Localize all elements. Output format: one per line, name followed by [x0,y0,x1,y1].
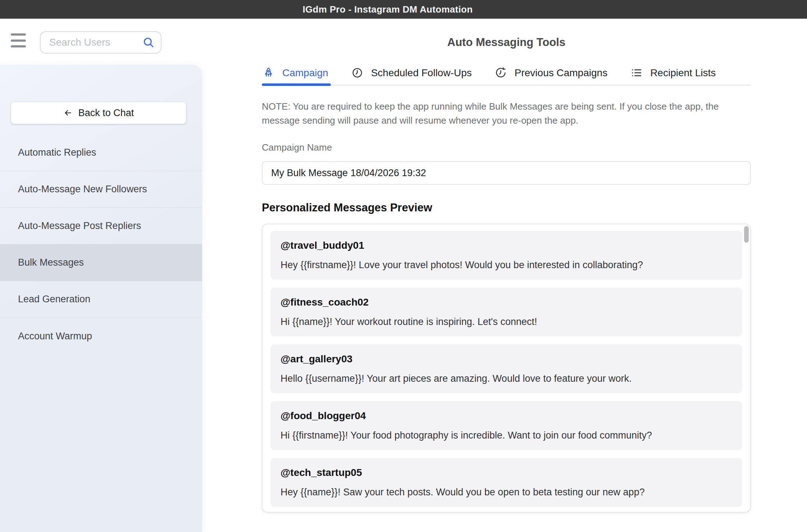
campaign-name-input[interactable] [262,161,751,185]
clock-icon [351,67,363,79]
tab-recipient-lists[interactable]: Recipient Lists [630,67,716,79]
tab-bar: Campaign Scheduled Follow-Ups Previous C… [262,67,751,79]
app-window: IGdm Pro - Instagram DM Automation Back … [0,0,807,532]
sidebar-item-auto-message-new-followers[interactable]: Auto-Message New Followers [0,171,202,208]
tab-scheduled-follow-ups[interactable]: Scheduled Follow-Ups [351,67,472,79]
search-box[interactable] [40,31,161,54]
titlebar: IGdm Pro - Instagram DM Automation [0,0,807,19]
page-title: Auto Messaging Tools [262,36,751,49]
tab-recipient-lists-label: Recipient Lists [650,67,716,79]
active-tab-underline [262,83,331,86]
message-text: Hi {{name}}! Your workout routine is ins… [281,316,732,327]
message-username: @travel_buddy01 [281,240,732,251]
history-icon [495,67,507,79]
scrollbar-thumb[interactable] [744,226,749,243]
sidebar-item-lead-generation[interactable]: Lead Generation [0,281,202,318]
preview-heading: Personalized Messages Preview [262,201,751,214]
app-title: IGdm Pro - Instagram DM Automation [303,4,473,15]
tab-scheduled-follow-ups-label: Scheduled Follow-Ups [371,67,472,79]
search-icon[interactable] [142,36,155,49]
sidebar-item-account-warmup[interactable]: Account Warmup [0,318,202,354]
hamburger-menu-icon[interactable] [11,33,26,47]
message-username: @food_blogger04 [281,410,732,422]
message-text: Hey {{name}}! Saw your tech posts. Would… [281,487,732,498]
back-to-chat-button[interactable]: Back to Chat [11,102,186,124]
tab-campaign[interactable]: Campaign [263,67,328,79]
message-card: @food_blogger04 Hi {{firstname}}! Your f… [270,401,742,450]
sidebar-item-automatic-replies[interactable]: Automatic Replies [0,134,202,171]
tab-campaign-label: Campaign [282,67,328,79]
back-arrow-icon [63,108,73,118]
main-content: Auto Messaging Tools Campaign Scheduled … [262,19,751,513]
tab-previous-campaigns[interactable]: Previous Campaigns [495,67,607,79]
back-to-chat-label: Back to Chat [78,107,134,119]
rocket-icon [263,67,274,79]
message-text: Hey {{firstname}}! Love your travel phot… [281,260,732,271]
message-card: @art_gallery03 Hello {{username}}! Your … [270,344,742,393]
message-username: @fitness_coach02 [281,297,732,308]
list-icon [630,67,642,79]
sidebar: Back to Chat Automatic Replies Auto-Mess… [0,65,202,532]
message-username: @tech_startup05 [281,467,732,478]
sidebar-item-auto-message-post-repliers[interactable]: Auto-Message Post Repliers [0,208,202,244]
message-username: @art_gallery03 [281,353,732,365]
message-card: @tech_startup05 Hey {{name}}! Saw your t… [270,458,742,507]
sidebar-menu: Automatic Replies Auto-Message New Follo… [0,134,202,354]
message-text: Hello {{username}}! Your art pieces are … [281,373,732,384]
tab-previous-campaigns-label: Previous Campaigns [515,67,607,79]
message-card: @travel_buddy01 Hey {{firstname}}! Love … [270,231,742,280]
message-text: Hi {{firstname}}! Your food photography … [281,430,732,441]
search-input[interactable] [41,37,142,48]
message-card: @fitness_coach02 Hi {{name}}! Your worko… [270,288,742,336]
tab-divider [262,84,751,86]
sidebar-item-bulk-messages[interactable]: Bulk Messages [0,244,202,281]
note-text: NOTE: You are required to keep the app r… [262,100,748,128]
campaign-name-label: Campaign Name [262,142,751,153]
messages-preview-panel[interactable]: @travel_buddy01 Hey {{firstname}}! Love … [262,224,751,513]
